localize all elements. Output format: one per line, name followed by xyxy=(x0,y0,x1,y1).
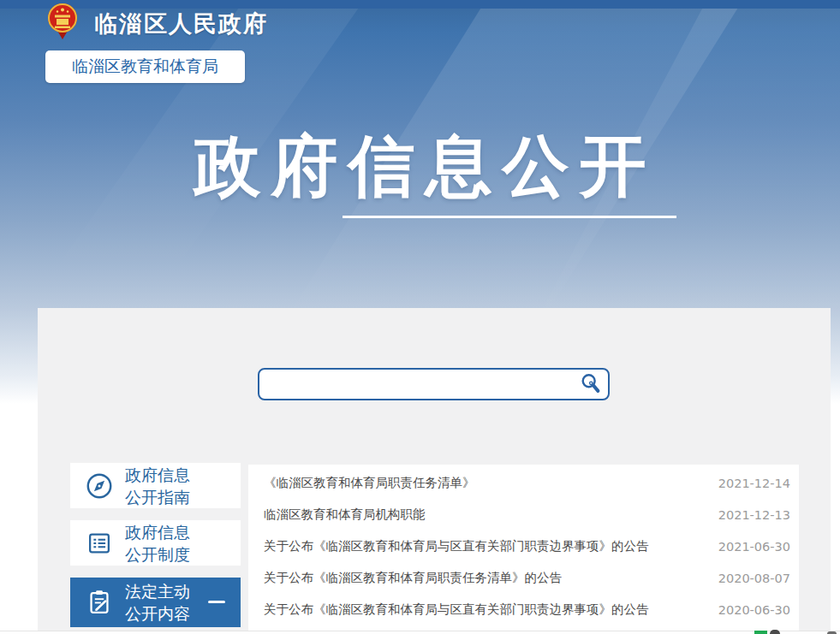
site-name: 临淄区人民政府 xyxy=(94,9,268,39)
article-date: 2020-08-07 xyxy=(708,572,790,585)
article-date: 2021-12-14 xyxy=(708,477,790,490)
article-date: 2020-06-30 xyxy=(708,603,790,617)
page: 临淄区人民政府 临淄区教育和体育局 政府信息公开 xyxy=(0,0,840,634)
article-date: 2021-12-13 xyxy=(708,508,790,522)
sidebar-item-label: 法定主动 公开内容 xyxy=(125,580,190,625)
sidebar-item-label: 政府信息 公开制度 xyxy=(125,521,190,566)
search-input[interactable] xyxy=(259,370,579,399)
article-list: 《临淄区教育和体育局职责任务清单》 2021-12-14 临淄区教育和体育局机构… xyxy=(248,465,799,631)
footer-icon-cutoff xyxy=(770,630,780,634)
minus-icon[interactable] xyxy=(208,601,225,603)
article-title[interactable]: 关于公布《临淄区教育和体育局与区直有关部门职责边界事项》的公告 xyxy=(264,601,649,618)
article-title[interactable]: 关于公布《临淄区教育和体育局与区直有关部门职责边界事项》的公告 xyxy=(264,538,649,554)
list-item[interactable]: 《临淄区教育和体育局职责任务清单》 2021-12-14 xyxy=(248,467,799,499)
article-title[interactable]: 关于公布《临淄区教育和体育局职责任务清单》的公告 xyxy=(264,570,562,586)
content-panel: 政府信息 公开指南 政府信息 公开制度 xyxy=(38,308,831,631)
page-title: 政府信息公开 xyxy=(0,122,840,212)
compass-icon xyxy=(85,471,114,501)
sidebar-item-label: 政府信息 公开指南 xyxy=(125,464,190,508)
sidebar-item-guide[interactable]: 政府信息 公开指南 xyxy=(70,463,241,508)
document-list-icon xyxy=(85,529,114,558)
list-item[interactable]: 关于公布《临淄区教育和体育局与区直有关部门职责边界事项》的公告 2020-06-… xyxy=(248,594,799,625)
search-box xyxy=(258,368,610,400)
title-underline xyxy=(343,216,676,218)
national-emblem-icon xyxy=(45,2,80,39)
list-item[interactable]: 关于公布《临淄区教育和体育局职责任务清单》的公告 2020-08-07 xyxy=(248,562,799,594)
search-button[interactable] xyxy=(579,371,608,397)
list-item[interactable]: 临淄区教育和体育局机构职能 2021-12-13 xyxy=(248,499,799,530)
article-title[interactable]: 《临淄区教育和体育局职责任务清单》 xyxy=(264,475,475,491)
clipboard-pencil-icon xyxy=(85,588,114,617)
footer-icon-cutoff-green xyxy=(754,631,767,634)
article-title[interactable]: 临淄区教育和体育局机构职能 xyxy=(264,507,426,523)
sidebar: 政府信息 公开指南 政府信息 公开制度 xyxy=(70,463,241,627)
department-tab-button[interactable]: 临淄区教育和体育局 xyxy=(45,50,245,83)
sidebar-item-rules[interactable]: 政府信息 公开制度 xyxy=(70,520,241,566)
article-date: 2021-06-30 xyxy=(708,540,790,554)
footer-strip-cutoff xyxy=(0,631,840,634)
magnifier-icon xyxy=(580,372,602,394)
sidebar-item-statutory-disclosure[interactable]: 法定主动 公开内容 xyxy=(70,578,241,627)
site-brand[interactable]: 临淄区人民政府 xyxy=(45,2,268,39)
list-item[interactable]: 关于公布《临淄区教育和体育局与区直有关部门职责边界事项》的公告 2021-06-… xyxy=(248,530,799,562)
